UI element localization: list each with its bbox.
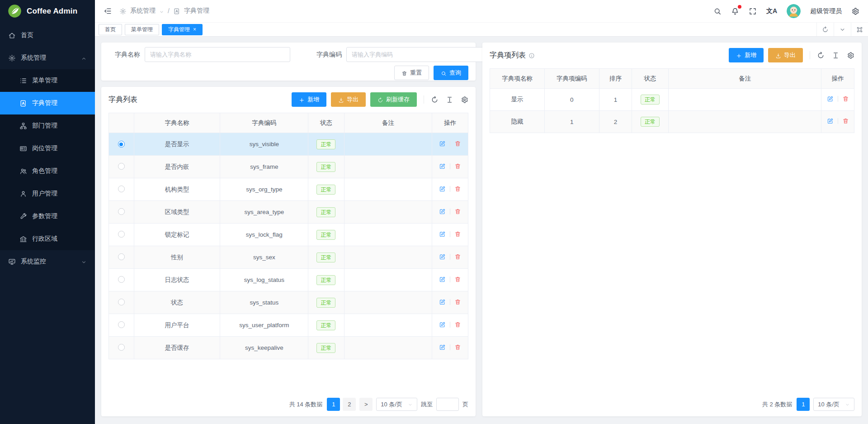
reset-button[interactable]: 重置 <box>394 66 429 80</box>
jump-page-input[interactable] <box>436 398 459 411</box>
row-select-radio[interactable] <box>118 344 125 351</box>
item-table-row[interactable]: 显示01正常 <box>490 89 854 111</box>
sidebar-subitem-1-2[interactable]: 部门管理 <box>0 114 95 137</box>
dict-table-row[interactable]: 是否缓存sys_keepalive正常 <box>109 337 468 359</box>
tab-home[interactable]: 首页 <box>99 24 122 35</box>
trash-icon[interactable] <box>454 276 461 283</box>
trash-icon[interactable] <box>454 344 461 351</box>
sidebar-subitem-1-6[interactable]: 参数管理 <box>0 205 95 228</box>
sidebar-subitem-1-5[interactable]: 用户管理 <box>0 182 95 205</box>
breadcrumb-parent[interactable]: 系统管理 <box>130 7 156 15</box>
dict-code-input[interactable] <box>346 47 492 62</box>
sidebar-subitem-1-1[interactable]: 字典管理 <box>0 92 95 114</box>
chevron-down-icon[interactable] <box>834 23 851 36</box>
add-item-button[interactable]: 新增 <box>729 48 764 62</box>
refresh-cache-button[interactable]: 刷新缓存 <box>370 92 417 107</box>
sidebar-item-2[interactable]: 系统监控 <box>0 250 95 273</box>
settings-icon[interactable] <box>461 95 468 104</box>
chevron-down-icon <box>159 10 164 14</box>
username[interactable]: 超级管理员 <box>810 7 842 15</box>
collapse-icon <box>104 7 112 15</box>
export-item-button[interactable]: 导出 <box>768 48 803 62</box>
trash-icon[interactable] <box>454 231 461 238</box>
info-icon[interactable] <box>528 51 535 59</box>
dict-table-row[interactable]: 用户平台sys_user_platform正常 <box>109 314 468 337</box>
next-page-button[interactable]: > <box>359 398 373 411</box>
sidebar-subitem-1-4[interactable]: 角色管理 <box>0 160 95 182</box>
search-icon[interactable] <box>713 7 722 15</box>
trash-icon[interactable] <box>454 186 461 192</box>
edit-icon[interactable] <box>439 208 446 215</box>
edit-icon[interactable] <box>827 95 834 102</box>
chevron-down-icon[interactable] <box>159 7 164 15</box>
edit-icon[interactable] <box>439 276 446 283</box>
row-select-radio[interactable] <box>118 186 125 192</box>
edit-icon[interactable] <box>439 231 446 238</box>
settings-icon[interactable] <box>851 7 859 15</box>
dict-table-row[interactable]: 区域类型sys_area_type正常 <box>109 201 468 224</box>
sidebar-subitem-1-0[interactable]: 菜单管理 <box>0 69 95 92</box>
translate-icon[interactable]: 文A <box>766 7 777 15</box>
bell-icon[interactable] <box>731 7 739 15</box>
edit-icon[interactable] <box>439 253 446 260</box>
trash-icon[interactable] <box>454 208 461 215</box>
edit-icon[interactable] <box>439 186 446 192</box>
page-button-1[interactable]: 1 <box>327 398 340 411</box>
refresh-icon[interactable] <box>816 23 834 36</box>
edit-icon[interactable] <box>439 163 446 170</box>
edit-icon[interactable] <box>439 344 446 351</box>
trash-icon[interactable] <box>454 299 461 305</box>
dict-table-row[interactable]: 性别sys_sex正常 <box>109 246 468 269</box>
trash-icon[interactable] <box>842 118 849 124</box>
trash-icon[interactable] <box>842 95 849 102</box>
page-button-2[interactable]: 2 <box>343 398 356 411</box>
row-select-radio[interactable] <box>118 208 125 215</box>
sidebar-item-0[interactable]: 首页 <box>0 24 95 47</box>
row-select-radio[interactable] <box>118 253 125 260</box>
edit-icon[interactable] <box>827 118 834 124</box>
tab-menu-manage[interactable]: 菜单管理 <box>125 24 159 35</box>
row-select-radio[interactable] <box>118 321 125 328</box>
trash-icon[interactable] <box>454 253 461 260</box>
row-select-radio[interactable] <box>118 141 125 148</box>
dict-table-row[interactable]: 锁定标记sys_lock_flag正常 <box>109 224 468 246</box>
edit-icon[interactable] <box>439 140 446 147</box>
column-height-icon[interactable] <box>832 51 840 59</box>
close-icon[interactable]: × <box>193 27 196 32</box>
app-logo[interactable]: Coffee Admin <box>0 0 95 22</box>
dict-table-row[interactable]: 是否显示sys_visible正常 <box>109 133 468 156</box>
sidebar-collapse-icon[interactable] <box>104 7 112 15</box>
dict-table-row[interactable]: 是否内嵌sys_frame正常 <box>109 156 468 178</box>
row-select-radio[interactable] <box>118 163 125 170</box>
refresh-icon[interactable] <box>817 51 825 59</box>
tab-dict-manage[interactable]: 字典管理 × <box>162 24 203 35</box>
query-button[interactable]: 查询 <box>434 66 468 80</box>
dict-table-row[interactable]: 机构类型sys_org_type正常 <box>109 178 468 201</box>
trash-icon[interactable] <box>454 140 461 147</box>
page-button-1[interactable]: 1 <box>797 398 810 411</box>
row-select-radio[interactable] <box>118 231 125 238</box>
item-table-row[interactable]: 隐藏12正常 <box>490 111 854 133</box>
sidebar-subitem-1-3[interactable]: 岗位管理 <box>0 137 95 160</box>
dict-table-row[interactable]: 状态sys_status正常 <box>109 291 468 314</box>
column-height-icon[interactable] <box>446 95 453 104</box>
sidebar-item-1[interactable]: 系统管理 <box>0 47 95 69</box>
edit-icon[interactable] <box>439 321 446 328</box>
settings-icon[interactable] <box>847 51 854 59</box>
fullscreen-icon[interactable] <box>749 7 757 15</box>
avatar[interactable] <box>787 4 801 18</box>
row-select-radio[interactable] <box>118 276 125 283</box>
maximize-icon[interactable] <box>851 23 868 36</box>
export-button[interactable]: 导出 <box>331 92 366 107</box>
trash-icon[interactable] <box>454 163 461 170</box>
dict-name-input[interactable] <box>145 47 290 62</box>
row-select-radio[interactable] <box>118 299 125 305</box>
edit-icon[interactable] <box>439 299 446 305</box>
trash-icon[interactable] <box>454 321 461 328</box>
dict-table-row[interactable]: 日志状态sys_log_status正常 <box>109 269 468 291</box>
add-button[interactable]: 新增 <box>292 92 326 107</box>
sidebar-subitem-1-7[interactable]: 行政区域 <box>0 228 95 250</box>
refresh-icon[interactable] <box>431 95 439 104</box>
page-size-select[interactable]: 10 条/页 <box>376 398 417 411</box>
page-size-select[interactable]: 10 条/页 <box>813 398 854 411</box>
